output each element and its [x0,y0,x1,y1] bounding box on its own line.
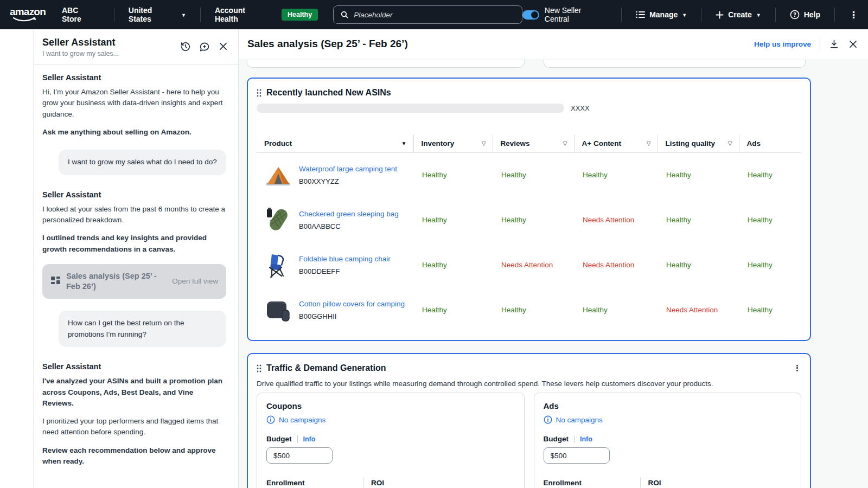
table-row: Cotton pillow covers for camping B00GGHH… [257,287,801,332]
table-row: Waterproof large camping tent B00XXYYZZ … [257,152,801,197]
roi-label: ROI [648,479,661,487]
create-label: Create [728,10,752,19]
toggle-knob [531,11,538,18]
nav-search[interactable] [333,5,522,24]
column-header-product[interactable]: Product▼ [257,134,413,152]
budget-input[interactable] [544,447,610,464]
no-campaigns-link[interactable]: No campaigns [544,415,792,424]
canvas-main: Sales analysis (Sep 25’ - Feb 26’) Help … [239,29,868,488]
product-link[interactable]: Foldable blue camping chair [299,254,391,264]
product-image-tent [265,162,291,188]
divider [820,38,820,49]
sort-icon[interactable]: ▽ [728,140,732,146]
card-overflow-menu-icon[interactable]: ⋮ [793,363,801,373]
assistant-message-heading: Seller Assistant [42,362,226,371]
download-icon[interactable] [829,39,839,49]
create-menu[interactable]: Create ▼ [716,10,761,19]
manage-menu[interactable]: Manage ▼ [636,10,687,19]
canvas-chip[interactable]: Sales analysis (Sep 25’ - Feb 26’) Open … [42,264,226,299]
assistant-message-text: I've analyzed your ASINs and built a pro… [42,376,226,409]
status-cell: Needs Attention [658,287,739,332]
product-image-pillow [265,297,291,323]
status-cell: Healthy [493,152,574,197]
drag-handle-icon[interactable] [257,364,261,373]
manage-label: Manage [649,10,678,19]
no-campaigns-label: No campaigns [556,416,603,424]
canvas-scroll-area[interactable]: Recently launched New ASINs XXXX Product… [239,59,868,488]
ads-panel: Ads No campaigns Budget [534,393,802,488]
sort-icon[interactable]: ▽ [647,140,651,146]
card-title: Recently launched New ASINs [266,88,391,98]
sort-icon[interactable]: ▽ [482,140,486,146]
sort-icon[interactable]: ▼ [401,140,407,146]
assistant-message-text: Hi, I’m your Amazon Seller Assistant - h… [42,87,226,120]
budget-input[interactable] [266,447,333,464]
roi-label: ROI [371,479,384,487]
budget-label: Budget [266,435,292,443]
budget-info-link[interactable]: Info [303,435,316,443]
new-chat-icon[interactable] [199,41,210,52]
divider [621,8,622,22]
progress-label: XXXX [571,104,590,112]
seller-assistant-panel: Seller Assistant I want to grow my sales… [34,29,239,488]
column-header-a-plus-content[interactable]: A+ Content▽ [574,134,658,152]
assistant-message-text: Ask me anything about selling on Amazon. [42,127,226,138]
divider [574,435,575,443]
chevron-down-icon: ▼ [181,13,186,18]
sort-icon[interactable]: ▽ [563,140,567,146]
open-full-view-button[interactable]: Open full view [172,277,218,285]
chevron-down-icon: ▼ [682,13,687,18]
collapsed-left-rail [0,29,34,488]
product-link[interactable]: Cotton pillow covers for camping [299,299,405,309]
status-cell: Needs Attention [493,242,574,287]
product-link[interactable]: Waterproof large camping tent [299,164,397,174]
top-nav: amazon ABC Store United States ▼ Account… [0,0,868,29]
assistant-message-heading: Seller Assistant [42,190,226,199]
table-row: Foldable blue camping chair B00DDEEFF He… [257,242,801,287]
product-asin: B00DDEEFF [299,267,391,275]
coupons-panel: Coupons No campaigns Budget [257,393,525,488]
toggle-label: New Seller Central [545,6,607,23]
partially-visible-card [247,60,525,68]
history-icon[interactable] [180,41,191,52]
close-canvas-icon[interactable] [848,39,858,49]
amazon-smile-icon [13,17,37,22]
status-cell: Healthy [413,242,493,287]
new-seller-central-toggle[interactable] [522,10,539,20]
account-health[interactable]: Account Health Healthy [215,6,318,23]
nav-overflow-menu[interactable]: ⋮ [849,10,858,20]
column-header-reviews[interactable]: Reviews▽ [493,134,574,152]
amazon-logo[interactable]: amazon [10,6,43,24]
assistant-message-text: I outlined trends and key insights and p… [42,233,226,255]
search-input[interactable] [354,11,515,19]
budget-label: Budget [544,435,569,443]
no-campaigns-link[interactable]: No campaigns [266,415,515,424]
card-title: Traffic & Demand Generation [266,363,386,373]
status-cell: Healthy [493,287,574,332]
drag-handle-icon[interactable] [257,89,261,97]
assistant-header: Seller Assistant I want to grow my sales… [34,29,238,65]
enrollment-label: Enrollment [266,479,305,487]
assistant-conversation: Seller Assistant Hi, I’m your Amazon Sel… [34,65,238,488]
traffic-demand-card: Traffic & Demand Generation ⋮ Drive qual… [247,353,811,488]
column-header-inventory[interactable]: Inventory▽ [413,134,493,152]
status-cell: Healthy [574,287,658,332]
marketplace-selector[interactable]: United States ▼ [129,6,186,23]
canvas-icon [50,276,61,286]
enrollment-label: Enrollment [544,479,582,487]
help-us-improve-link[interactable]: Help us improve [754,40,811,48]
account-health-status-badge: Healthy [282,9,318,21]
column-header-ads[interactable]: Ads [739,134,801,152]
close-assistant-icon[interactable] [218,41,228,52]
assistant-message-heading: Seller Assistant [42,73,226,82]
product-link[interactable]: Checkered green sleeping bag [299,209,399,219]
assistant-title: Seller Assistant [42,37,119,48]
amazon-logo-text: amazon [10,6,43,18]
column-header-listing-quality[interactable]: Listing quality▽ [658,134,739,152]
help-menu[interactable]: ? Help [790,10,820,20]
status-cell: Healthy [739,152,801,197]
divider [297,435,298,443]
budget-info-link[interactable]: Info [580,435,592,443]
chevron-down-icon: ▼ [756,13,761,18]
status-cell: Healthy [574,152,658,197]
